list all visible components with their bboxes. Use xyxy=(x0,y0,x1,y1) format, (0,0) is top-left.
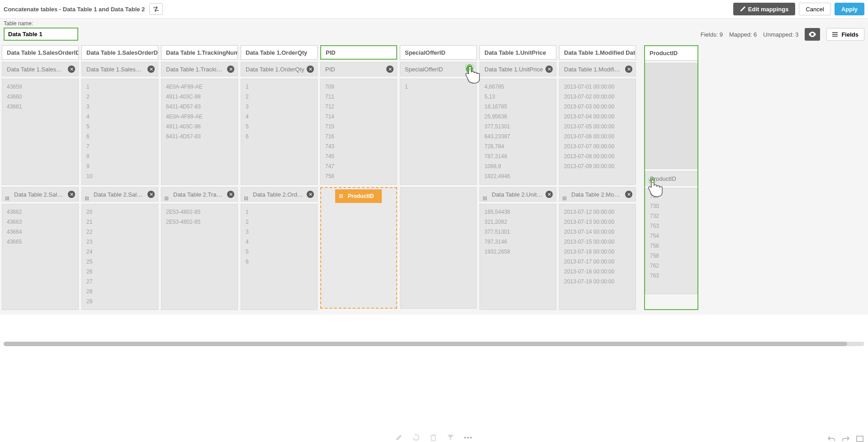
column: Data Table 1.TrackingNumberData Table 1.… xyxy=(161,45,238,310)
remove-mapping-icon[interactable]: ✕ xyxy=(386,66,394,73)
edit-mappings-button[interactable]: Edit mappings xyxy=(733,3,796,15)
values-list: 20212223242526272829 xyxy=(81,204,158,310)
remove-mapping-icon[interactable]: ✕ xyxy=(625,191,632,198)
value-cell: 4 xyxy=(246,237,313,247)
remove-mapping-icon[interactable]: ✕ xyxy=(68,66,75,73)
value-cell: 743 xyxy=(325,141,392,151)
remove-mapping-icon[interactable]: ✕ xyxy=(545,66,553,73)
remove-mapping-icon[interactable]: ✕ xyxy=(625,66,632,73)
remove-mapping-icon[interactable]: ✕ xyxy=(307,191,314,198)
remove-mapping-icon[interactable]: ✕ xyxy=(227,191,234,198)
mapping-cell[interactable]: Data Table 2.Tracking...✕ xyxy=(161,187,238,202)
table-name-label: Table name: xyxy=(4,20,78,27)
cancel-button[interactable]: Cancel xyxy=(799,3,830,15)
values-list: 165,54438321,2082377,51301787,31461932,2… xyxy=(479,204,556,310)
mapping-cell[interactable]: PID✕ xyxy=(320,62,397,76)
value-cell: 5 xyxy=(246,247,313,257)
subbar: Table name: Fields: 9 Mapped: 6 Unmapped… xyxy=(0,19,868,45)
drag-handle-icon[interactable] xyxy=(483,192,488,197)
mapping-label: PID xyxy=(325,66,335,73)
value-cell: 2 xyxy=(246,92,313,102)
value-cell: 3 xyxy=(246,227,313,237)
values-list: 709711712714715716743745747758 xyxy=(320,79,397,185)
mapping-cell[interactable]: Data Table 1.TrackingNum...✕ xyxy=(161,62,238,76)
value-cell: 6431-4D57-83 xyxy=(166,102,233,112)
value-cell: 28 xyxy=(86,287,153,296)
value-cell: 23 xyxy=(86,237,153,247)
value-cell: 714 xyxy=(325,112,392,122)
mapping-cell[interactable]: Data Table 1.Modified Date✕ xyxy=(559,62,636,76)
drag-chip-productid[interactable]: ProductID xyxy=(335,189,382,203)
mapping-cell[interactable]: SpecialOfferID✕ xyxy=(400,62,477,76)
remove-mapping-icon[interactable]: ✕ xyxy=(227,66,234,73)
value-cell: 2013-07-07 00:00:00 xyxy=(564,141,631,151)
remove-mapping-icon[interactable]: ✕ xyxy=(68,191,75,198)
column-header[interactable]: Data Table 1.SalesOrderDeta... xyxy=(81,45,158,60)
preview-toggle-button[interactable] xyxy=(805,28,820,41)
scrollbar-thumb[interactable] xyxy=(4,342,847,346)
value-cell: 762 xyxy=(650,261,693,271)
drag-handle-icon[interactable] xyxy=(563,192,567,197)
mapping-cell[interactable]: Data Table 2.SalesOrd...✕ xyxy=(81,187,158,202)
value-cell: 29 xyxy=(86,296,153,306)
mapping-cell[interactable]: Data Table 2.OrderQty✕ xyxy=(241,187,318,202)
mapping-label: Data Table 1.OrderQty xyxy=(246,66,304,73)
table-name-input[interactable] xyxy=(4,28,78,41)
value-cell: 25 xyxy=(86,257,153,267)
column-header[interactable]: SpecialOfferID xyxy=(400,45,477,60)
remove-mapping-icon[interactable]: ✕ xyxy=(307,66,314,73)
value-cell: 1 xyxy=(246,82,313,92)
drag-handle-icon[interactable] xyxy=(165,192,169,197)
swap-tables-button[interactable] xyxy=(149,3,163,15)
column-header[interactable]: Data Table 1.SalesOrderID xyxy=(2,45,79,60)
horizontal-scrollbar[interactable] xyxy=(4,342,864,346)
fields-button[interactable]: Fields xyxy=(826,28,864,41)
mapping-cell[interactable]: Data Table 2.UnitPrice✕ xyxy=(479,187,556,202)
drag-handle-icon[interactable] xyxy=(244,192,249,197)
remove-mapping-icon[interactable]: ✕ xyxy=(466,66,473,73)
column-header[interactable]: ProductID xyxy=(645,46,697,61)
column-header[interactable]: Data Table 1.OrderQty xyxy=(241,45,318,60)
values-list: 1 xyxy=(400,79,477,185)
value-cell: 321,2082 xyxy=(484,217,551,227)
remove-mapping-icon[interactable]: ✕ xyxy=(147,66,155,73)
value-cell: 758 xyxy=(650,251,693,261)
remove-mapping-icon[interactable]: ✕ xyxy=(545,191,553,198)
drag-handle-icon[interactable] xyxy=(5,192,10,197)
remove-mapping-icon[interactable]: ✕ xyxy=(147,191,155,198)
mapping-cell[interactable]: Data Table 1.SalesOrderD...✕ xyxy=(81,62,158,76)
column-unmapped-productid: ProductIDProductID7297307327537547567587… xyxy=(644,45,698,310)
column-header-input[interactable]: PID xyxy=(320,45,397,60)
value-cell: 1932,2658 xyxy=(484,247,551,257)
value-cell: 8 xyxy=(86,151,153,161)
page-title: Concatenate tables - Data Table 1 and Da… xyxy=(4,6,145,13)
pencil-icon xyxy=(740,6,745,12)
column-header[interactable]: Data Table 1.Modified Date xyxy=(559,45,636,60)
mapping-cell[interactable]: Data Table 2.SalesOrd...✕ xyxy=(2,187,79,202)
swap-icon xyxy=(153,6,159,12)
mapping-cell[interactable]: Data Table 1.SalesOrderID✕ xyxy=(2,62,79,76)
column: Data Table 1.SalesOrderIDData Table 1.Sa… xyxy=(2,45,79,310)
value-cell: 2013-07-01 00:00:00 xyxy=(564,82,631,92)
column-header[interactable]: Data Table 1.TrackingNumber xyxy=(161,45,238,60)
drag-handle-icon[interactable] xyxy=(85,192,90,197)
apply-button[interactable]: Apply xyxy=(835,3,864,15)
value-cell: 43659 xyxy=(7,82,74,92)
value-cell: 2 xyxy=(86,92,153,102)
value-cell: 716 xyxy=(325,132,392,141)
values-list: 43662436634366443665 xyxy=(2,204,79,310)
mapping-cell[interactable]: Data Table 1.OrderQty✕ xyxy=(241,62,318,76)
mapping-cell[interactable]: Data Table 1.UnitPrice✕ xyxy=(479,62,556,76)
column-header[interactable]: Data Table 1.UnitPrice xyxy=(479,45,556,60)
mapping-cell[interactable]: Data Table 2.Modified...✕ xyxy=(559,187,636,202)
value-cell: 43662 xyxy=(7,207,74,217)
value-cell: 2013-07-12 00:00:00 xyxy=(564,207,631,217)
value-cell: 43660 xyxy=(7,92,74,102)
drop-target[interactable] xyxy=(320,187,397,309)
value-cell: 787,3146 xyxy=(484,237,551,247)
value-cell: 2013-07-16 00:00:00 xyxy=(564,247,631,257)
value-cell: 643,23387 xyxy=(484,132,551,141)
mapping-cell[interactable]: ProductID xyxy=(645,171,697,186)
value-cell: 729 xyxy=(650,191,693,201)
mapping-label: Data Table 2.Modified... xyxy=(571,191,623,198)
